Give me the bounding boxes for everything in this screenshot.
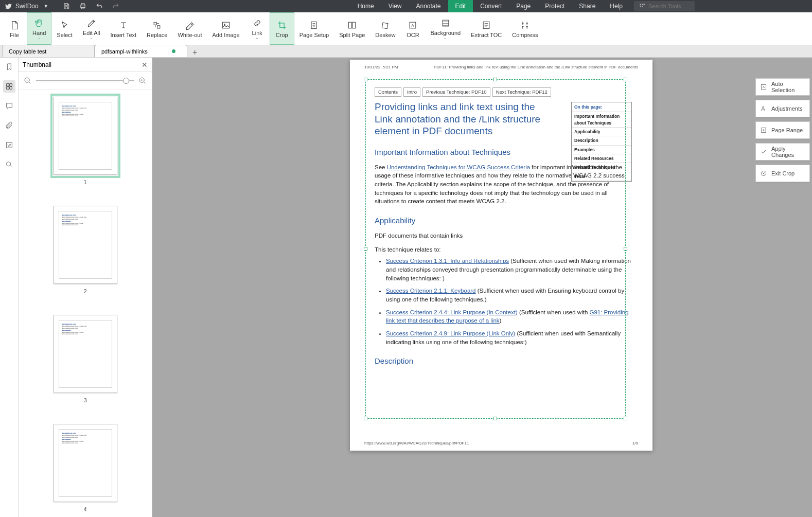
crop-action-adjustments[interactable]: Adjustments [755, 100, 810, 117]
tab-label: pdfsampl-withlinks [101, 48, 148, 55]
crop-action-auto-selection[interactable]: AAuto Selection [755, 78, 810, 96]
search-panel-icon[interactable] [3, 158, 15, 171]
add-image-icon [220, 20, 232, 31]
zoom-in-icon[interactable] [138, 77, 147, 85]
range-icon: # [760, 127, 767, 134]
ribbon-toolbar: FileHand⌄SelectEdit All⌄Insert TextRepla… [0, 12, 812, 45]
page-footer-right: 1/9 [632, 441, 638, 445]
thumbnail-list: ■■■ ■■■■ ■■■ ■■■■■■■■ ■■■■■ ■■■ ■■■■ ■■■… [19, 90, 152, 517]
menu-view[interactable]: View [381, 0, 409, 12]
app-logo[interactable]: SwifDoo ▼ [0, 3, 54, 10]
tool-hand[interactable]: Hand⌄ [27, 12, 51, 45]
document-tab[interactable]: Copy table test [2, 45, 95, 57]
zoom-slider[interactable] [36, 80, 134, 81]
crop-handle-s[interactable] [493, 417, 497, 420]
tool-split-page[interactable]: Split Page [334, 12, 370, 45]
document-tab[interactable]: pdfsampl-withlinks [95, 45, 187, 57]
tool-background[interactable]: Background⌄ [425, 12, 466, 45]
tool-insert-text[interactable]: Insert Text [105, 12, 142, 45]
crop-handle-n[interactable] [493, 78, 497, 81]
tool-compress[interactable]: Compress [507, 12, 543, 45]
tool-ocr[interactable]: AOCR [400, 12, 425, 45]
crop-handle-nw[interactable] [364, 78, 367, 81]
link-icon [252, 17, 263, 29]
tool-white-out[interactable]: White-out [172, 12, 207, 45]
thumbnail-page[interactable]: ■■■ ■■■■ ■■■ ■■■■■■■■ ■■■■■ ■■■ ■■■■ ■■■… [54, 315, 117, 403]
thumbnail-number: 1 [54, 179, 117, 185]
crop-handle-se[interactable] [624, 417, 627, 420]
document-tabs: Copy table testpdfsampl-withlinks+ [0, 45, 812, 58]
search-tools[interactable] [634, 1, 695, 11]
app-name: SwifDoo [15, 3, 39, 10]
tool-crop[interactable]: Crop [270, 12, 294, 45]
word-icon[interactable]: W [3, 139, 15, 151]
menu-share[interactable]: Share [572, 0, 603, 12]
menu-help[interactable]: Help [603, 0, 630, 12]
svg-point-1 [224, 24, 225, 25]
redo-icon[interactable] [112, 3, 119, 10]
crop-icon [276, 20, 288, 31]
edit-all-icon [86, 17, 97, 29]
menu-edit[interactable]: Edit [448, 0, 473, 12]
close-icon[interactable]: ✕ [142, 61, 148, 69]
thumbnail-image: ■■■ ■■■■ ■■■ ■■■■■■■■ ■■■■■ ■■■ ■■■■ ■■■… [54, 424, 117, 502]
main-menus: HomeViewAnnotateEditConvertPageProtectSh… [350, 0, 630, 12]
thumbnail-image: ■■■ ■■■■ ■■■ ■■■■■■■■ ■■■■■ ■■■ ■■■■ ■■■… [54, 315, 117, 393]
select-icon [59, 20, 70, 31]
menu-annotate[interactable]: Annotate [409, 0, 448, 12]
tool-page-setup[interactable]: Page Setup [294, 12, 334, 45]
svg-rect-0 [222, 22, 229, 28]
menu-convert[interactable]: Convert [473, 0, 509, 12]
tool-select[interactable]: Select [51, 12, 78, 45]
app-menu-caret-icon[interactable]: ▼ [44, 4, 48, 9]
zoom-out-icon[interactable] [24, 77, 32, 85]
thumbnail-page[interactable]: ■■■ ■■■■ ■■■ ■■■■■■■■ ■■■■■ ■■■ ■■■■ ■■■… [54, 97, 117, 185]
attachment-icon[interactable] [3, 119, 15, 132]
bookmark-icon[interactable] [3, 61, 15, 73]
crop-actions-panel: AAuto SelectionAdjustments#Page RangeApp… [755, 78, 810, 182]
left-icon-strip: W [0, 58, 19, 517]
menu-home[interactable]: Home [350, 0, 381, 12]
crop-action-exit-crop[interactable]: Exit Crop [755, 165, 810, 182]
tool-link[interactable]: Link⌄ [245, 12, 270, 45]
thumbnail-page[interactable]: ■■■ ■■■■ ■■■ ■■■■■■■■ ■■■■■ ■■■ ■■■■ ■■■… [54, 206, 117, 294]
crop-handle-e[interactable] [624, 247, 627, 251]
tool-add-image[interactable]: Add Image [207, 12, 245, 45]
crop-action-page-range[interactable]: #Page Range [755, 121, 810, 139]
hand-icon [33, 17, 45, 29]
thumbnail-page[interactable]: ■■■ ■■■■ ■■■ ■■■■■■■■ ■■■■■ ■■■ ■■■■ ■■■… [54, 424, 117, 512]
document-area[interactable]: 10/31/22, 5:21 PM PDF11: Providing links… [152, 58, 812, 517]
action-label: Exit Crop [771, 170, 795, 176]
crop-selection[interactable] [365, 79, 626, 419]
crop-handle-ne[interactable] [624, 78, 627, 81]
thumbnail-icon[interactable] [3, 80, 15, 93]
tool-file[interactable]: File [2, 12, 27, 45]
save-icon[interactable] [63, 3, 70, 10]
crop-action-apply-changes[interactable]: Apply Changes [755, 143, 810, 161]
split-page-icon [346, 20, 358, 31]
page-footer-left: https://www.w3.org/WAI/WCAG22/Techniques… [364, 441, 469, 445]
zoom-knob[interactable] [123, 78, 129, 84]
comment-icon[interactable] [3, 100, 15, 112]
replace-icon [151, 20, 163, 31]
file-icon [9, 20, 20, 31]
chevron-down-icon: ⌄ [38, 35, 41, 40]
svg-rect-3 [349, 22, 352, 28]
tool-replace[interactable]: Replace [142, 12, 172, 45]
adj-icon [760, 105, 767, 112]
menu-protect[interactable]: Protect [538, 0, 572, 12]
chevron-down-icon: ⌄ [90, 35, 93, 40]
svg-text:A: A [412, 23, 414, 28]
tool-edit-all[interactable]: Edit All⌄ [78, 12, 105, 45]
tool-extract-toc[interactable]: Extract TOC [466, 12, 507, 45]
new-tab-button[interactable]: + [187, 48, 202, 57]
print-icon[interactable] [79, 3, 86, 10]
crop-handle-w[interactable] [364, 247, 367, 251]
crop-handle-sw[interactable] [364, 417, 367, 420]
tool-deskew[interactable]: Deskew [370, 12, 400, 45]
menu-page[interactable]: Page [509, 0, 538, 12]
action-label: Apply Changes [771, 146, 805, 158]
svg-text:#: # [763, 129, 765, 132]
undo-icon[interactable] [96, 3, 103, 10]
search-input[interactable] [648, 3, 690, 9]
